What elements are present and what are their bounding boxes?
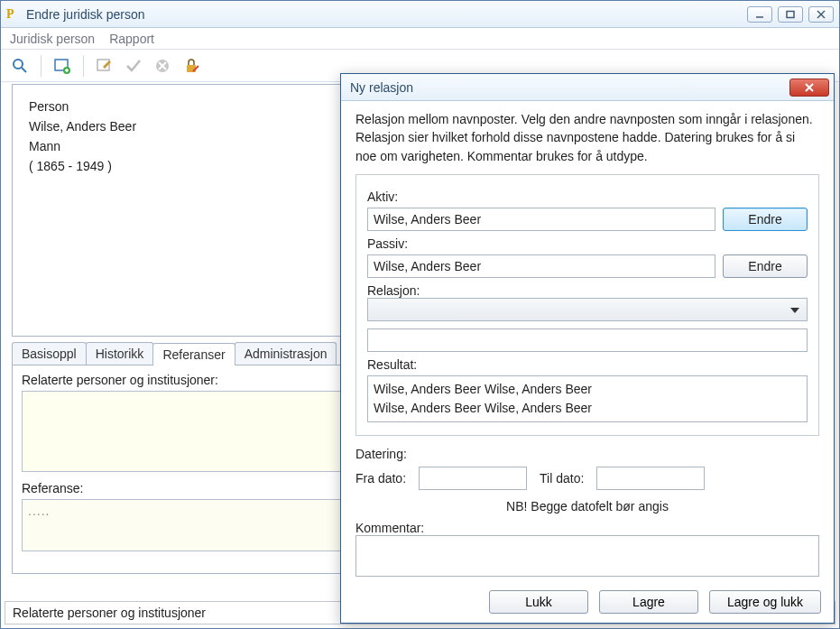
datering-label: Datering: <box>355 447 819 461</box>
search-icon[interactable] <box>10 56 30 76</box>
lukk-button[interactable]: Lukk <box>489 590 588 614</box>
til-dato-label: Til dato: <box>540 471 584 486</box>
svg-rect-1 <box>787 11 794 17</box>
dialog-close-button[interactable] <box>789 79 829 97</box>
dialog-intro-text: Relasjon mellom navnposter. Velg den and… <box>355 110 819 165</box>
menu-juridisk-person[interactable]: Juridisk person <box>10 32 95 46</box>
relation-fieldset: Aktiv: Wilse, Anders Beer Endre Passiv: … <box>355 174 819 436</box>
til-dato-input[interactable] <box>596 467 705 490</box>
svg-line-5 <box>22 68 26 72</box>
dialog-body: Relasjon mellom navnposter. Velg den and… <box>341 101 834 586</box>
main-titlebar: P Endre juridisk person <box>1 1 839 28</box>
new-record-icon[interactable] <box>52 56 72 76</box>
kommentar-label: Kommentar: <box>355 521 819 535</box>
tab-administrasjon[interactable]: Administrasjon <box>235 342 337 365</box>
window-title: Endre juridisk person <box>26 7 747 22</box>
maximize-button[interactable] <box>778 6 803 23</box>
dialog-footer: Lukk Lagre Lagre og lukk <box>489 590 821 614</box>
aktiv-value: Wilse, Anders Beer <box>374 212 481 227</box>
fra-dato-label: Fra dato: <box>355 471 406 486</box>
statusbar-text: Relaterte personer og institusjoner <box>13 606 206 620</box>
app-icon: P <box>6 7 21 22</box>
menubar: Juridisk person Rapport <box>1 28 839 50</box>
main-window: P Endre juridisk person Juridisk person … <box>0 0 840 629</box>
cancel-icon[interactable] <box>152 56 172 76</box>
dialog-title: Ny relasjon <box>350 80 789 95</box>
fra-dato-input[interactable] <box>419 467 527 490</box>
resultat-line-1: Wilse, Anders Beer Wilse, Anders Beer <box>374 380 801 399</box>
dialog-titlebar: Ny relasjon <box>341 74 834 101</box>
resultat-line-2: Wilse, Anders Beer Wilse, Anders Beer <box>374 399 801 418</box>
edit-icon[interactable] <box>95 56 115 76</box>
reference-value: ..... <box>28 504 50 518</box>
passiv-endre-button[interactable]: Endre <box>723 254 808 278</box>
relasjon-text-input[interactable] <box>367 328 808 352</box>
separator-icon <box>41 55 42 77</box>
close-button[interactable] <box>808 6 834 23</box>
aktiv-input[interactable]: Wilse, Anders Beer <box>367 208 715 231</box>
lock-icon[interactable] <box>181 56 201 76</box>
passiv-label: Passiv: <box>367 236 808 251</box>
window-controls <box>747 6 834 23</box>
tab-basisoppl[interactable]: Basisoppl <box>12 342 87 365</box>
dialog-ny-relasjon: Ny relasjon Relasjon mellom navnposter. … <box>340 73 835 624</box>
passiv-value: Wilse, Anders Beer <box>374 259 481 273</box>
lagre-button[interactable]: Lagre <box>599 590 698 614</box>
resultat-label: Resultat: <box>367 357 808 372</box>
aktiv-endre-button[interactable]: Endre <box>723 208 808 231</box>
svg-point-4 <box>14 60 23 69</box>
date-note: NB! Begge datofelt bør angis <box>355 499 819 513</box>
aktiv-label: Aktiv: <box>367 190 808 204</box>
minimize-button[interactable] <box>747 6 772 23</box>
relasjon-label: Relasjon: <box>367 283 808 298</box>
relasjon-dropdown[interactable] <box>367 298 808 321</box>
menu-rapport[interactable]: Rapport <box>109 32 154 46</box>
tab-referanser[interactable]: Referanser <box>152 343 235 365</box>
separator-icon <box>83 55 84 77</box>
kommentar-input[interactable] <box>355 535 819 577</box>
tab-historikk[interactable]: Historikk <box>86 342 154 365</box>
lagre-og-lukk-button[interactable]: Lagre og lukk <box>709 590 821 614</box>
passiv-input[interactable]: Wilse, Anders Beer <box>367 254 715 278</box>
resultat-box: Wilse, Anders Beer Wilse, Anders Beer Wi… <box>367 375 808 422</box>
confirm-icon[interactable] <box>124 56 143 76</box>
